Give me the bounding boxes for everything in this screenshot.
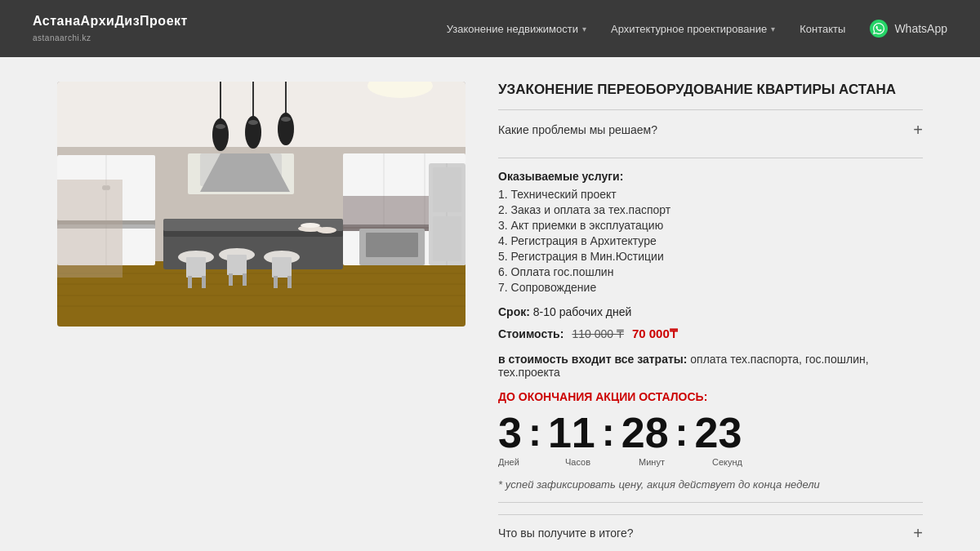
service-item: 7. Сопровождение [498, 281, 923, 294]
property-image [57, 82, 466, 327]
svg-rect-28 [433, 216, 461, 261]
accordion-result-label: Что вы получите в итоге? [498, 527, 633, 540]
minutes-label: Минут [639, 457, 696, 467]
chevron-down-icon: ▾ [582, 24, 586, 33]
svg-rect-42 [274, 276, 278, 288]
logo[interactable]: АстанаАрхиДизПроект astanaarchi.kz [33, 13, 188, 44]
header: АстанаАрхиДизПроект astanaarchi.kz Узако… [0, 0, 980, 57]
main-content: УЗАКОНЕНИЕ ПЕРЕОБОРУДОВАНИЕ КВАРТИРЫ АСТ… [41, 57, 939, 551]
seconds-label: Секунд [712, 457, 769, 467]
whatsapp-button[interactable]: WhatsApp [870, 20, 947, 38]
nav-item-contacts[interactable]: Контакты [800, 23, 845, 35]
svg-rect-35 [202, 276, 206, 288]
promo-note: * успей зафиксировать цену, акция действ… [498, 478, 923, 491]
old-price: 110 000 ₸ [572, 327, 624, 340]
svg-rect-37 [227, 255, 247, 275]
countdown-days: 3 [498, 411, 522, 454]
divider-bottom [498, 502, 923, 503]
countdown-hours: 11 [548, 411, 595, 454]
svg-rect-54 [57, 180, 122, 278]
page-title: УЗАКОНЕНИЕ ПЕРЕОБОРУДОВАНИЕ КВАРТИРЫ АСТ… [498, 82, 923, 98]
expand-result-icon: + [913, 525, 923, 541]
right-content: УЗАКОНЕНИЕ ПЕРЕОБОРУДОВАНИЕ КВАРТИРЫ АСТ… [498, 82, 923, 541]
svg-point-52 [281, 117, 291, 122]
whatsapp-label: WhatsApp [894, 22, 947, 35]
term-label: Срок: [498, 305, 530, 318]
svg-rect-24 [366, 233, 418, 257]
svg-point-46 [216, 124, 225, 129]
service-item: 5. Регистрация в Мин.Юстиции [498, 250, 923, 263]
chevron-down-icon: ▾ [771, 24, 775, 33]
expand-icon: + [913, 122, 923, 138]
new-price: 70 000₸ [632, 327, 678, 341]
logo-main: АстанаАрхиДизПроект [33, 14, 188, 28]
divider-top [498, 109, 923, 110]
svg-rect-27 [433, 167, 461, 212]
accordion-problems-label: Какие проблемы мы решаем? [498, 123, 657, 136]
hours-label: Часов [565, 457, 622, 467]
svg-rect-41 [272, 257, 292, 278]
svg-rect-38 [229, 273, 233, 286]
svg-point-60 [317, 227, 336, 233]
services-section: Оказываемые услуги: 1. Технический проек… [498, 170, 923, 294]
countdown-label: ДО ОКОНЧАНИЯ АКЦИИ ОСТАЛОСЬ: [498, 390, 923, 403]
term-row: Срок: 8-10 рабочих дней [498, 305, 923, 318]
nav-item-architecture[interactable]: Архитектурное проектирование ▾ [611, 23, 775, 35]
accordion-problems-header[interactable]: Какие проблемы мы решаем? + [498, 122, 923, 146]
included-row: в стоимость входит все затраты: оплата т… [498, 353, 923, 379]
accordion-problems[interactable]: Какие проблемы мы решаем? + [498, 122, 923, 146]
included-label: в стоимость входит все затраты: [498, 353, 687, 366]
days-label: Дней [498, 457, 549, 467]
service-item: 3. Акт приемки в эксплуатацию [498, 219, 923, 232]
svg-rect-33 [186, 257, 206, 278]
whatsapp-icon [870, 20, 888, 38]
countdown-seconds-unit: 23 [695, 411, 742, 454]
countdown-hours-unit: 11 [548, 411, 595, 454]
countdown-sep-1: : [528, 413, 541, 452]
logo-sub: astanaarchi.kz [33, 33, 91, 42]
accordion-result[interactable]: Что вы получите в итоге? + [498, 514, 923, 541]
main-nav: Узаконение недвижимости ▾ Архитектурное … [447, 20, 947, 38]
service-item: 2. Заказ и оплата за тех.паспорт [498, 203, 923, 216]
service-item: 4. Регистрация в Архитектуре [498, 234, 923, 247]
countdown-seconds: 23 [695, 411, 742, 454]
nav-item-legalization[interactable]: Узаконение недвижимости ▾ [447, 23, 586, 35]
countdown-minutes-unit: 28 [621, 411, 669, 454]
svg-rect-43 [287, 276, 292, 288]
price-row: Стоимость: 110 000 ₸ 70 000₸ [498, 327, 923, 341]
svg-rect-34 [188, 276, 192, 288]
services-title: Оказываемые услуги: [498, 170, 923, 183]
countdown-sep-3: : [675, 413, 688, 452]
service-item: 6. Оплата гос.пошлин [498, 265, 923, 278]
svg-point-59 [301, 223, 320, 228]
price-label: Стоимость: [498, 327, 564, 340]
service-item: 1. Технический проект [498, 188, 923, 201]
svg-point-45 [212, 118, 229, 151]
divider-after-problems [498, 158, 923, 158]
svg-point-49 [248, 120, 258, 125]
countdown-sublabels: Дней Часов Минут Секунд [498, 457, 923, 467]
countdown-minutes: 28 [621, 411, 669, 454]
countdown-sep-2: : [602, 413, 615, 452]
term-value: 8-10 рабочих дней [533, 305, 632, 318]
countdown-timer: 3 : 11 : 28 : 23 [498, 411, 923, 454]
svg-rect-39 [243, 273, 247, 286]
countdown-days-unit: 3 [498, 411, 522, 454]
